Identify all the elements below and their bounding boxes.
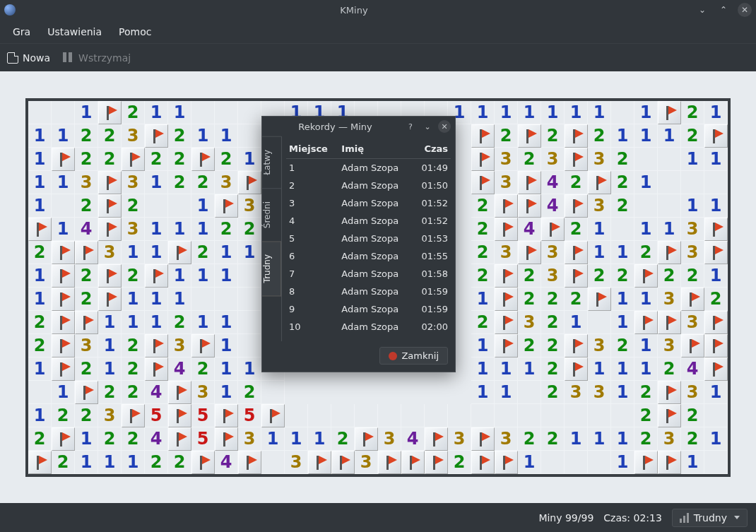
cell[interactable] <box>495 288 518 311</box>
cell[interactable]: 2 <box>518 148 541 171</box>
cell[interactable]: 3 <box>495 241 518 264</box>
cell[interactable]: 1 <box>168 288 191 311</box>
cell[interactable] <box>98 101 122 124</box>
cell[interactable] <box>238 101 261 124</box>
cell[interactable]: 2 <box>122 194 145 218</box>
cell[interactable] <box>238 334 261 357</box>
cell[interactable]: 1 <box>681 451 704 474</box>
cell[interactable]: 2 <box>168 171 191 194</box>
cell[interactable] <box>215 404 238 427</box>
cell[interactable]: 2 <box>681 404 704 427</box>
cell[interactable]: 3 <box>681 241 704 264</box>
cell[interactable]: 1 <box>634 357 658 381</box>
cell[interactable]: 1 <box>145 171 168 194</box>
cell[interactable]: 3 <box>658 288 681 311</box>
cell[interactable]: 3 <box>448 427 471 451</box>
cell[interactable] <box>495 218 518 241</box>
cell[interactable]: 3 <box>98 404 122 427</box>
cell[interactable]: 3 <box>681 311 704 334</box>
cell[interactable]: 3 <box>215 171 238 194</box>
cell[interactable] <box>52 264 75 288</box>
cell[interactable]: 1 <box>471 101 495 124</box>
cell[interactable]: 3 <box>495 427 518 451</box>
cell[interactable]: 1 <box>191 264 215 288</box>
tab-easy[interactable]: Łatwy <box>262 136 281 188</box>
cell[interactable]: 2 <box>634 427 658 451</box>
cell[interactable]: 2 <box>75 288 98 311</box>
cell[interactable] <box>495 334 518 357</box>
cell[interactable] <box>238 171 261 194</box>
cell[interactable]: 1 <box>98 357 122 381</box>
cell[interactable] <box>658 101 681 124</box>
cell[interactable]: 2 <box>122 427 145 451</box>
cell[interactable] <box>261 451 285 474</box>
cell[interactable]: 2 <box>52 404 75 427</box>
cell[interactable] <box>98 171 122 194</box>
cell[interactable] <box>75 381 98 404</box>
cell[interactable] <box>145 194 168 218</box>
cell[interactable]: 2 <box>541 124 565 148</box>
menu-gra[interactable]: Gra <box>6 23 37 40</box>
cell[interactable] <box>495 311 518 334</box>
cell[interactable]: 1 <box>611 381 634 404</box>
cell[interactable] <box>658 451 681 474</box>
cell[interactable] <box>401 404 425 427</box>
cell[interactable]: 1 <box>588 427 611 451</box>
cell[interactable]: 2 <box>565 218 588 241</box>
cell[interactable]: 3 <box>191 381 215 404</box>
cell[interactable]: 1 <box>145 311 168 334</box>
cell[interactable] <box>168 241 191 264</box>
cell[interactable]: 2 <box>611 264 634 288</box>
cell[interactable]: 3 <box>495 171 518 194</box>
cell[interactable] <box>565 451 588 474</box>
cell[interactable] <box>495 194 518 218</box>
cell[interactable] <box>122 404 145 427</box>
cell[interactable]: 1 <box>588 357 611 381</box>
cell[interactable] <box>634 311 658 334</box>
cell[interactable] <box>378 404 401 427</box>
cell[interactable]: 1 <box>238 241 261 264</box>
cell[interactable] <box>191 148 215 171</box>
cell[interactable]: 1 <box>215 264 238 288</box>
cell[interactable]: 1 <box>565 101 588 124</box>
cell[interactable]: 3 <box>658 334 681 357</box>
cell[interactable]: 3 <box>565 381 588 404</box>
cell[interactable]: 3 <box>75 334 98 357</box>
cell[interactable]: 2 <box>541 334 565 357</box>
cell[interactable] <box>28 101 52 124</box>
cell[interactable]: 1 <box>611 288 634 311</box>
cell[interactable]: 3 <box>238 427 261 451</box>
cell[interactable]: 3 <box>541 148 565 171</box>
cell[interactable] <box>238 288 261 311</box>
cell[interactable]: 3 <box>518 311 541 334</box>
cell[interactable] <box>145 334 168 357</box>
cell[interactable]: 1 <box>704 381 728 404</box>
cell[interactable]: 3 <box>122 171 145 194</box>
cell[interactable]: 1 <box>145 288 168 311</box>
cell[interactable] <box>308 451 331 474</box>
cell[interactable]: 1 <box>588 241 611 264</box>
cell[interactable]: 3 <box>588 334 611 357</box>
dialog-close-x[interactable]: ✕ <box>438 120 451 133</box>
cell[interactable]: 1 <box>471 357 495 381</box>
cell[interactable] <box>471 404 495 427</box>
cell[interactable]: 1 <box>681 194 704 218</box>
cell[interactable]: 2 <box>75 148 98 171</box>
cell[interactable] <box>681 288 704 311</box>
cell[interactable]: 1 <box>98 311 122 334</box>
cell[interactable]: 1 <box>704 427 728 451</box>
cell[interactable]: 4 <box>145 427 168 451</box>
cell[interactable]: 2 <box>518 264 541 288</box>
cell[interactable]: 4 <box>518 218 541 241</box>
cell[interactable]: 1 <box>168 264 191 288</box>
cell[interactable]: 1 <box>28 404 52 427</box>
cell[interactable]: 2 <box>611 171 634 194</box>
cell[interactable]: 2 <box>471 218 495 241</box>
cell[interactable] <box>285 404 308 427</box>
cell[interactable]: 1 <box>98 334 122 357</box>
cell[interactable]: 1 <box>634 218 658 241</box>
cell[interactable]: 2 <box>168 311 191 334</box>
cell[interactable]: 1 <box>191 124 215 148</box>
cell[interactable] <box>28 451 52 474</box>
cell[interactable]: 2 <box>28 427 52 451</box>
